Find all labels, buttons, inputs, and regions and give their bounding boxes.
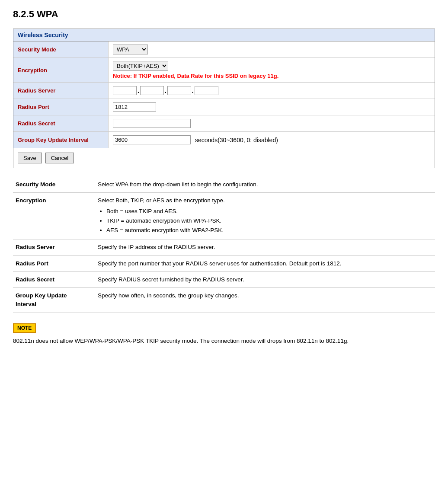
- radius-port-field: [109, 99, 435, 115]
- buttons-row: Save Cancel: [13, 148, 435, 168]
- desc-row-security-mode: Security Mode Select WPA from the drop-d…: [13, 177, 435, 193]
- button-group: Save Cancel: [13, 148, 78, 168]
- group-key-input[interactable]: [113, 135, 191, 144]
- note-section: NOTE 802.11n does not allow WEP/WPA-PSK/…: [13, 323, 435, 346]
- desc-term-group-key: Group Key UpdateInterval: [13, 288, 95, 313]
- bullet-both: Both = uses TKIP and AES.: [106, 207, 432, 216]
- desc-detail-group-key: Specify how often, in seconds, the group…: [95, 288, 435, 313]
- ip-input-group: . . .: [113, 86, 218, 95]
- group-key-field: seconds(30~3600, 0: disabled): [109, 132, 435, 148]
- desc-term-radius-server: Radius Server: [13, 239, 95, 255]
- radius-server-field: . . .: [109, 83, 435, 99]
- group-key-suffix: seconds(30~3600, 0: disabled): [195, 137, 278, 144]
- desc-detail-security-mode: Select WPA from the drop-down list to be…: [95, 177, 435, 193]
- radius-secret-label: Radius Secret: [13, 115, 109, 131]
- ip-octet-4[interactable]: [195, 86, 218, 95]
- desc-detail-radius-server: Specify the IP address of the RADIUS ser…: [95, 239, 435, 255]
- desc-detail-radius-port: Specify the port number that your RADIUS…: [95, 255, 435, 271]
- ip-octet-3[interactable]: [167, 86, 191, 95]
- description-table-body: Security Mode Select WPA from the drop-d…: [13, 177, 435, 313]
- bullet-tkip: TKIP = automatic encryption with WPA-PSK…: [106, 217, 432, 225]
- radius-port-input[interactable]: [113, 102, 156, 112]
- desc-detail-encryption: Select Both, TKIP, or AES as the encrypt…: [95, 193, 435, 239]
- radius-secret-input[interactable]: [113, 119, 191, 128]
- wireless-security-box: Wireless Security Security Mode WPA WPA2…: [13, 29, 435, 168]
- save-button[interactable]: Save: [18, 153, 42, 163]
- radius-server-row: Radius Server . . .: [13, 83, 435, 99]
- bullet-aes: AES = automatic encryption with WPA2-PSK…: [106, 226, 432, 235]
- ip-octet-1[interactable]: [113, 86, 137, 95]
- radius-secret-field: [109, 115, 435, 131]
- encryption-row: Encryption Both(TKIP+AES) TKIP AES Notic…: [13, 58, 435, 83]
- note-badge: NOTE: [13, 323, 36, 333]
- radius-port-label: Radius Port: [13, 99, 109, 115]
- encryption-bullet-list: Both = uses TKIP and AES. TKIP = automat…: [106, 207, 432, 235]
- group-key-label: Group Key Update Interval: [13, 132, 109, 148]
- desc-term-security-mode: Security Mode: [13, 177, 95, 193]
- ip-octet-2[interactable]: [140, 86, 164, 95]
- desc-row-radius-secret: Radius Secret Specify RADIUS secret furn…: [13, 271, 435, 287]
- encryption-notice: Notice: If TKIP enabled, Data Rate for t…: [113, 73, 430, 79]
- cancel-button[interactable]: Cancel: [45, 153, 74, 163]
- encryption-field: Both(TKIP+AES) TKIP AES Notice: If TKIP …: [109, 58, 435, 82]
- desc-row-radius-server: Radius Server Specify the IP address of …: [13, 239, 435, 255]
- page-title: 8.2.5 WPA: [13, 9, 435, 20]
- radius-secret-row: Radius Secret: [13, 115, 435, 132]
- radius-port-row: Radius Port: [13, 99, 435, 115]
- encryption-label: Encryption: [13, 58, 109, 82]
- description-table: Security Mode Select WPA from the drop-d…: [13, 177, 435, 313]
- ip-dot-1: .: [138, 87, 139, 94]
- wireless-security-title: Wireless Security: [13, 29, 435, 41]
- desc-term-radius-port: Radius Port: [13, 255, 95, 271]
- encryption-select[interactable]: Both(TKIP+AES) TKIP AES: [113, 61, 168, 71]
- security-mode-label: Security Mode: [13, 41, 109, 57]
- desc-term-radius-secret: Radius Secret: [13, 271, 95, 287]
- desc-detail-radius-secret: Specify RADIUS secret furnished by the R…: [95, 271, 435, 287]
- security-mode-row: Security Mode WPA WPA2 WEP Disabled: [13, 41, 435, 58]
- ip-dot-2: .: [165, 87, 166, 94]
- radius-server-label: Radius Server: [13, 83, 109, 99]
- desc-row-group-key: Group Key UpdateInterval Specify how oft…: [13, 288, 435, 313]
- note-text: 802.11n does not allow WEP/WPA-PSK/WPA-P…: [13, 336, 435, 346]
- desc-row-encryption: Encryption Select Both, TKIP, or AES as …: [13, 193, 435, 239]
- security-mode-select[interactable]: WPA WPA2 WEP Disabled: [113, 45, 148, 54]
- desc-term-encryption: Encryption: [13, 193, 95, 239]
- desc-row-radius-port: Radius Port Specify the port number that…: [13, 255, 435, 271]
- group-key-row: Group Key Update Interval seconds(30~360…: [13, 132, 435, 148]
- ip-dot-3: .: [192, 87, 194, 94]
- security-mode-field: WPA WPA2 WEP Disabled: [109, 41, 435, 57]
